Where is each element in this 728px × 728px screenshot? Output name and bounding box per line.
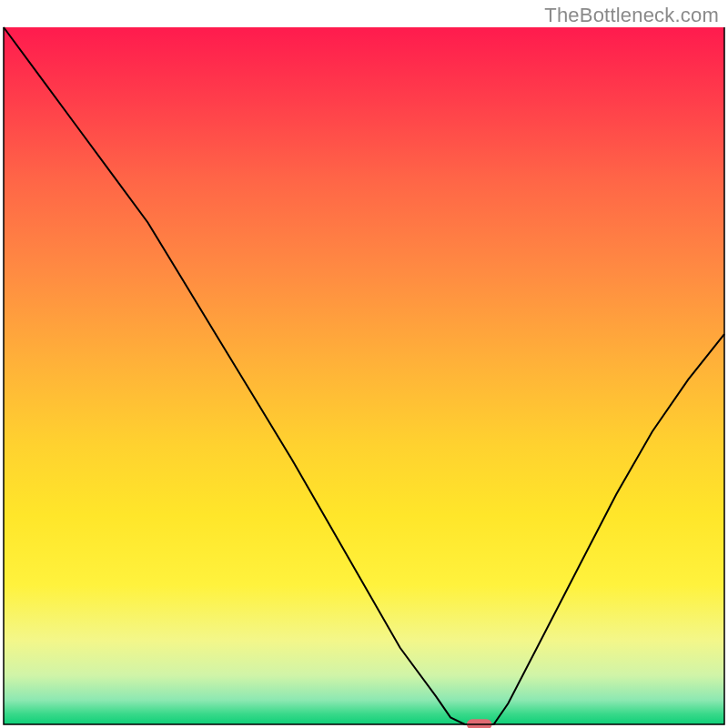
bottleneck-chart: TheBottleneck.com xyxy=(0,0,728,728)
watermark-text: TheBottleneck.com xyxy=(544,4,719,27)
chart-background xyxy=(4,27,724,724)
chart-marker xyxy=(467,719,492,728)
chart-svg xyxy=(0,0,728,728)
